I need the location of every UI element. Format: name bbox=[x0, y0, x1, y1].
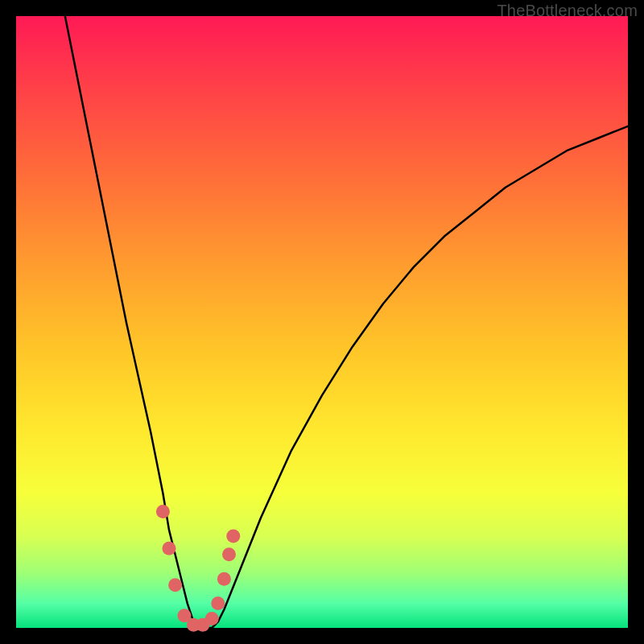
data-marker bbox=[163, 542, 176, 555]
data-marker bbox=[222, 547, 236, 561]
data-marker bbox=[217, 572, 231, 586]
data-marker bbox=[156, 505, 170, 518]
bottleneck-curve bbox=[65, 16, 628, 628]
watermark-text: TheBottleneck.com bbox=[497, 2, 638, 20]
data-marker bbox=[211, 597, 225, 610]
plot-area bbox=[16, 16, 628, 628]
chart-frame: TheBottleneck.com bbox=[0, 0, 644, 644]
data-marker bbox=[168, 578, 182, 592]
curve-layer bbox=[16, 16, 628, 628]
data-marker bbox=[226, 530, 240, 543]
data-marker bbox=[205, 612, 219, 625]
